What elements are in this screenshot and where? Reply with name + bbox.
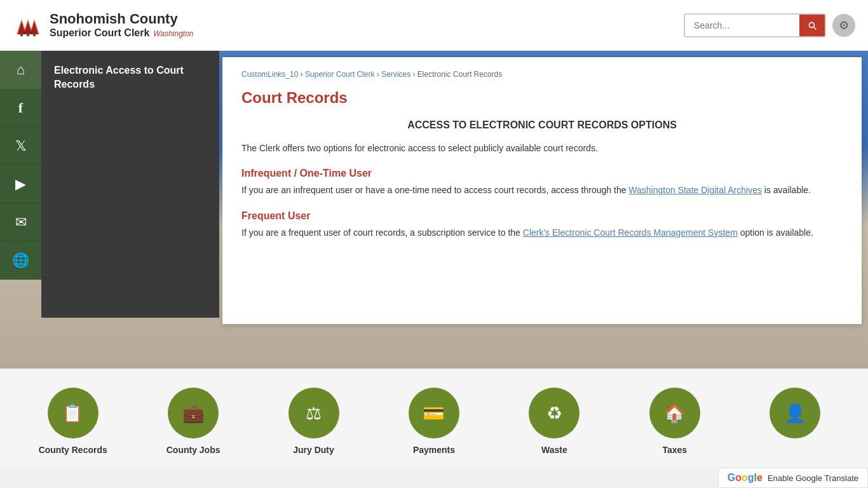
page-title: Court Records (241, 89, 843, 107)
bottom-item-county-records[interactable]: 📋 County Records (22, 388, 124, 455)
bottom-item-waste[interactable]: ♻ Waste (503, 388, 605, 455)
breadcrumb-current: Electronic Court Records (417, 70, 502, 79)
county-jobs-label: County Jobs (166, 445, 220, 455)
logo-area: Snohomish County Superior Court Clerk Wa… (13, 10, 194, 41)
twitter-icon: 𝕏 (15, 138, 27, 154)
infrequent-text-before: If you are an infrequent user or have a … (241, 185, 628, 195)
twitter-link[interactable]: 𝕏 (0, 127, 41, 165)
breadcrumb: CustomLinks_10 › Superior Court Clerk › … (241, 70, 843, 79)
washington-archives-link[interactable]: Washington State Digital Archives (628, 185, 762, 195)
settings-button[interactable]: ⚙ (832, 14, 855, 37)
logo-icon (13, 10, 43, 41)
facebook-link[interactable]: f (0, 89, 41, 127)
tree-logo-svg (13, 10, 43, 41)
home-icon: ⌂ (17, 62, 25, 78)
bottom-item-payments[interactable]: 💳 Payments (383, 388, 485, 455)
facebook-icon: f (18, 100, 23, 116)
ecms-link[interactable]: Clerk's Electronic Court Records Managem… (523, 227, 738, 238)
site-header: Snohomish County Superior Court Clerk Wa… (0, 0, 868, 51)
social-home[interactable]: ⌂ (0, 51, 41, 89)
main-content-panel: CustomLinks_10 › Superior Court Clerk › … (222, 57, 862, 324)
bottom-nav: 📋 County Records 💼 County Jobs ⚖ Jury Du… (0, 369, 868, 468)
org-name: Snohomish County (50, 11, 194, 27)
bottom-item-extra[interactable]: 👤 (744, 388, 846, 445)
translate-link[interactable]: 🌐 (0, 241, 41, 280)
globe-icon: 🌐 (12, 252, 29, 269)
breadcrumb-link-customlinks[interactable]: CustomLinks_10 (241, 70, 298, 79)
social-sidebar: ⌂ f 𝕏 ▶ ✉ 🌐 (0, 51, 41, 369)
payments-label: Payments (413, 445, 455, 455)
jury-duty-icon: ⚖ (288, 388, 339, 438)
search-button[interactable] (799, 15, 825, 36)
waste-icon: ♻ (529, 388, 580, 438)
left-nav-title: Electronic Access to Court Records (54, 64, 207, 92)
county-records-icon: 📋 (48, 388, 98, 438)
infrequent-text-after: is available. (762, 185, 811, 195)
header-right: ⚙ (684, 13, 855, 37)
waste-label: Waste (541, 445, 567, 455)
infrequent-body: If you are an infrequent user or have a … (241, 183, 843, 197)
breadcrumb-sep-3: › (413, 70, 417, 79)
svg-rect-6 (20, 33, 23, 36)
breadcrumb-link-clerk[interactable]: Superior Court Clerk (305, 70, 374, 79)
hero-area: ⌂ f 𝕏 ▶ ✉ 🌐 Electronic Access to Court R… (0, 51, 868, 369)
search-container (684, 13, 826, 37)
breadcrumb-link-services[interactable]: Services (381, 70, 410, 79)
svg-rect-7 (27, 33, 29, 36)
email-icon: ✉ (15, 214, 27, 231)
payments-icon: 💳 (409, 388, 459, 438)
infrequent-heading: Infrequent / One-Time User (241, 168, 843, 179)
jury-duty-label: Jury Duty (293, 445, 334, 455)
gear-icon: ⚙ (839, 18, 849, 32)
section-heading: ACCESS TO ELECTRONIC COURT RECORDS OPTIO… (241, 119, 843, 131)
intro-text: The Clerk offers two options for electro… (241, 141, 843, 155)
extra-icon: 👤 (770, 388, 820, 438)
county-jobs-icon: 💼 (168, 388, 219, 438)
logo-text: Snohomish County Superior Court Clerk Wa… (50, 11, 194, 38)
email-link[interactable]: ✉ (0, 203, 41, 241)
frequent-heading: Frequent User (241, 210, 843, 222)
bottom-item-county-jobs[interactable]: 💼 County Jobs (142, 388, 244, 455)
youtube-icon: ▶ (15, 176, 26, 193)
state-name: Washington (153, 29, 193, 38)
bottom-item-taxes[interactable]: 🏠 Taxes (624, 388, 726, 455)
left-nav-panel: Electronic Access to Court Records (41, 51, 219, 318)
frequent-text-after: option is available. (738, 227, 813, 238)
svg-marker-5 (29, 19, 39, 34)
search-input[interactable] (685, 15, 799, 36)
county-records-label: County Records (39, 445, 107, 455)
frequent-body: If you are a frequent user of court reco… (241, 226, 843, 240)
clerk-title: Superior Court Clerk (50, 27, 149, 39)
taxes-label: Taxes (662, 445, 687, 455)
bottom-item-jury-duty[interactable]: ⚖ Jury Duty (263, 388, 365, 455)
logo-subtitle: Superior Court Clerk Washington (50, 27, 194, 39)
youtube-link[interactable]: ▶ (0, 165, 41, 203)
svg-rect-8 (33, 33, 36, 36)
frequent-text-before: If you are a frequent user of court reco… (241, 227, 523, 238)
search-icon (807, 20, 817, 30)
taxes-icon: 🏠 (649, 388, 700, 438)
breadcrumb-sep-1: › (301, 70, 305, 79)
